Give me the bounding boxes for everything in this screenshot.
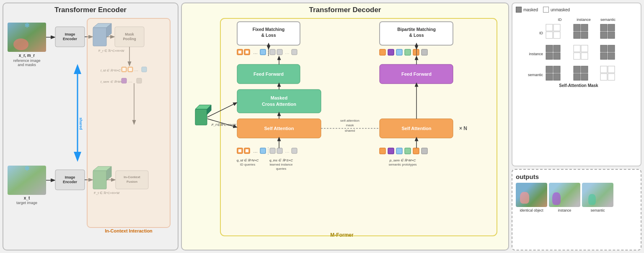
output-instance: instance bbox=[549, 183, 580, 212]
cell-sem2-inst-2 bbox=[581, 74, 588, 80]
qins-label2: queries bbox=[276, 167, 287, 171]
out-tok-3 bbox=[260, 49, 266, 55]
qid-tok-2-inner bbox=[246, 149, 248, 152]
qid-tok-3 bbox=[260, 148, 266, 153]
output-mask-teal bbox=[588, 194, 596, 205]
snowflake-ref: ❄ bbox=[24, 22, 30, 29]
cell-sem-inst-1 bbox=[574, 66, 580, 73]
row-instance-label: instance bbox=[529, 52, 543, 56]
decoder-title: Transformer Decoder bbox=[182, 3, 508, 14]
interaction-region-bg bbox=[87, 18, 170, 227]
output-identical-img bbox=[516, 183, 547, 207]
psem-tok-2 bbox=[388, 148, 394, 154]
masked-cross-attn bbox=[237, 89, 321, 113]
output-images-row: identical object instance semantic bbox=[516, 183, 637, 212]
cell-sem2-inst-1 bbox=[574, 74, 580, 80]
out-dots2: … bbox=[285, 50, 290, 55]
snowflake-target: ❄ bbox=[24, 165, 30, 172]
xN-label: × N bbox=[459, 125, 467, 131]
mask-title: Self-Attention Mask bbox=[559, 83, 598, 88]
out-tok-r4 bbox=[405, 49, 411, 55]
out-tok-r3 bbox=[396, 49, 402, 55]
shared-label-dec: shared bbox=[345, 129, 355, 133]
feed-forward-green-label: Feed Forward bbox=[253, 72, 284, 77]
image-encoder-bottom-label2: Encoder bbox=[63, 180, 78, 184]
output-semantic: semantic bbox=[582, 183, 613, 212]
interaction-title: In-Context Interaction bbox=[105, 228, 153, 233]
qins-tok-3 bbox=[292, 148, 297, 153]
cell-inst2-sem-2 bbox=[608, 53, 615, 59]
image-encoder-bottom-label: Image bbox=[65, 175, 75, 179]
self-attn-left-label: Self Attention bbox=[264, 126, 294, 131]
qid-tok-1-inner bbox=[238, 149, 241, 152]
cell-id-id-2 bbox=[553, 24, 560, 31]
psem-label: semantic prototypes bbox=[388, 163, 416, 166]
cell-sem2-id-2 bbox=[553, 74, 560, 80]
row-id-label: ID bbox=[539, 31, 543, 35]
masked-label: masked bbox=[523, 8, 538, 12]
out-tok-gray3 bbox=[292, 49, 297, 55]
cell-id2-sem-2 bbox=[608, 32, 615, 38]
self-attn-mask-label: self-attention bbox=[340, 119, 360, 123]
out-tok-1-inner bbox=[238, 51, 241, 54]
unmasked-label: unmasked bbox=[551, 8, 570, 12]
target-label-desc: target image bbox=[16, 201, 37, 205]
cell-sem2-sem-2 bbox=[608, 74, 615, 80]
cell-sem-id-2 bbox=[553, 66, 560, 73]
image-encoder-top-label2: Encoder bbox=[63, 37, 78, 41]
unmasked-icon bbox=[543, 7, 549, 13]
encoder-diagram: ❄ x_r, m_r reference image and masks ❄ x… bbox=[4, 15, 175, 247]
cell-inst2-id-2 bbox=[553, 53, 560, 59]
side-panel: masked unmasked ID instance semantic ID … bbox=[512, 3, 641, 250]
cell-sem-inst-2 bbox=[581, 66, 588, 73]
cell-inst-id-2 bbox=[553, 45, 560, 52]
cell-inst-sem-2 bbox=[608, 45, 615, 52]
cell-id-id-1 bbox=[546, 24, 553, 31]
target-label-xt: x_t bbox=[24, 196, 30, 200]
outputs-title: outputs bbox=[516, 173, 637, 180]
col-id-label: ID bbox=[558, 18, 562, 22]
psem-tok-6 bbox=[422, 148, 427, 154]
cell-sem2-sem-1 bbox=[600, 74, 607, 80]
qid-dots: … bbox=[253, 148, 258, 153]
cell-id-sem-1 bbox=[600, 24, 607, 31]
self-attn-right-label: Self Attention bbox=[401, 126, 431, 131]
output-mask-purple bbox=[552, 192, 561, 205]
psem-tok-4 bbox=[405, 148, 411, 154]
cell-id2-inst-1 bbox=[574, 32, 580, 38]
cell-id2-id-2 bbox=[553, 32, 560, 38]
out-tok-r5 bbox=[413, 49, 419, 55]
out-dots1: … bbox=[253, 50, 258, 55]
masked-cross-attn-label2: Cross Attention bbox=[262, 102, 296, 107]
bipartite-matching-label2: & Loss bbox=[409, 33, 424, 38]
legend-row: masked unmasked bbox=[516, 7, 637, 13]
legend-unmasked: unmasked bbox=[543, 7, 570, 13]
out-tok-2-inner bbox=[246, 51, 248, 54]
fixed-matching-label2: & Loss bbox=[261, 33, 276, 38]
encoder-panel: Transformer Encoder ❄ bbox=[3, 3, 178, 250]
legend-panel: masked unmasked ID instance semantic ID … bbox=[512, 3, 641, 166]
decoder-diagram: Fixed Matching & Loss Bipartite Matching… bbox=[183, 15, 501, 247]
mask-grid-svg: ID instance semantic ID instance semanti… bbox=[516, 15, 633, 90]
instance-label: instance bbox=[558, 208, 572, 212]
qins-math: q_ins ∈ ℝ^S×C bbox=[269, 158, 293, 162]
encoder-title: Transformer Encoder bbox=[3, 3, 178, 14]
output-instance-img bbox=[549, 183, 580, 207]
image-encoder-top-label: Image bbox=[65, 32, 75, 36]
out-tok-r6 bbox=[422, 49, 427, 55]
cell-inst2-inst-2 bbox=[581, 53, 588, 59]
fixed-matching-label: Fixed Matching bbox=[253, 27, 284, 32]
output-semantic-img bbox=[582, 183, 613, 207]
output-mask-pink bbox=[520, 192, 529, 204]
ref-label-masks: and masks bbox=[18, 63, 36, 67]
psem-tok-3 bbox=[396, 148, 402, 154]
cell-inst2-id-1 bbox=[546, 53, 553, 59]
qins-tok-2 bbox=[277, 148, 282, 153]
feed-forward-purple-label: Feed Forward bbox=[401, 72, 432, 77]
bipartite-matching-label: Bipartite Matching bbox=[397, 27, 436, 32]
psem-tok-5 bbox=[413, 148, 419, 154]
out-tok-r2 bbox=[388, 49, 394, 55]
masked-icon bbox=[516, 7, 522, 13]
cell-id2-id-1 bbox=[546, 32, 553, 38]
masked-cross-attn-label1: Masked bbox=[271, 95, 287, 100]
